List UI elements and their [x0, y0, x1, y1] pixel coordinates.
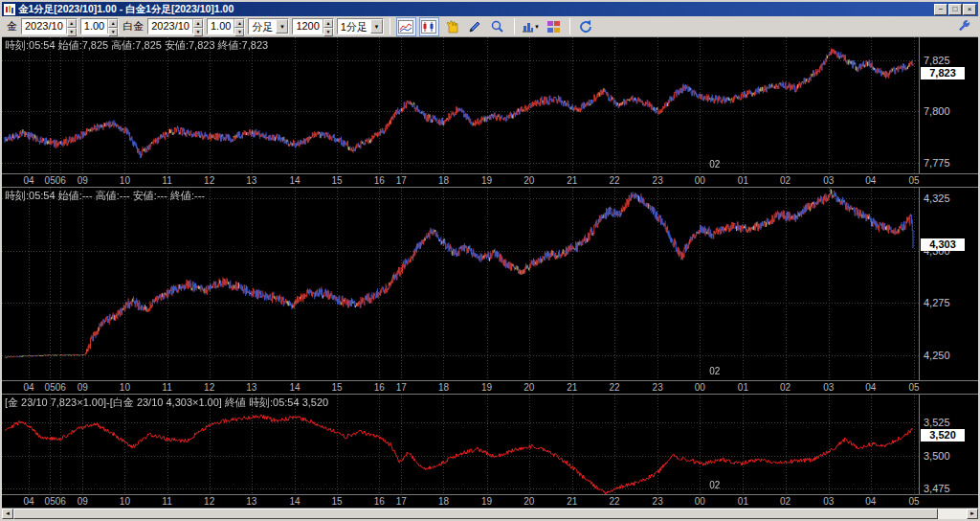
refresh-button[interactable]: [576, 17, 596, 36]
last-price-badge: 7,823: [921, 67, 965, 79]
time-axis-label: 20: [523, 382, 534, 393]
spin-up-icon[interactable]: ▲: [234, 19, 244, 28]
last-price-badge: 4,303: [921, 238, 965, 251]
platinum-chart-canvas[interactable]: [2, 188, 919, 380]
titlebar: 金1分足[2023/10]1.00 - 白金1分足[2023/10]1.00 −…: [2, 2, 978, 16]
time-axis-label: 00: [695, 175, 705, 186]
price-axis-label: 7,800: [924, 105, 950, 117]
horizontal-scrollbar[interactable]: ◄ ►: [2, 509, 978, 519]
chevron-down-icon[interactable]: ▼: [276, 19, 288, 34]
spread-time-axis: 0405060910111213141516171819202122230001…: [2, 494, 978, 508]
time-axis-label: 03: [823, 175, 834, 186]
time-axis-label: 05: [908, 382, 919, 393]
date-label: 02: [709, 480, 720, 490]
candlestick-icon: [421, 20, 436, 34]
price-axis-label: 4,325: [924, 193, 950, 204]
platinum-month-value: 2023/10: [148, 19, 192, 34]
time-axis-label: 05: [45, 382, 56, 393]
time-axis-label: 04: [865, 496, 876, 507]
gold-chart-canvas[interactable]: [2, 37, 919, 173]
spin-up-icon[interactable]: ▲: [108, 19, 118, 28]
scrollbar-track[interactable]: [13, 509, 967, 519]
time-axis-label: 20: [523, 496, 534, 507]
time-axis-label: 01: [738, 382, 748, 393]
time-axis-label: 17: [396, 496, 407, 507]
gold-chart-plot[interactable]: 時刻:05:54 始値:7,825 高値:7,825 安値:7,823 終値:7…: [2, 37, 919, 173]
time-axis-label: 14: [289, 496, 300, 507]
scroll-right-icon[interactable]: ►: [967, 509, 978, 519]
time-axis-label: 06: [56, 496, 66, 507]
scrollbar-thumb[interactable]: [13, 509, 938, 519]
spin-down-icon[interactable]: ▼: [234, 28, 244, 36]
time-axis-label: 01: [738, 496, 748, 507]
spin-down-icon[interactable]: ▼: [193, 28, 203, 36]
period-type-select[interactable]: 分足 ▼: [248, 18, 289, 34]
indicator-menu-button[interactable]: ▼: [521, 17, 541, 36]
time-axis-label: 03: [823, 382, 834, 393]
scroll-left-icon[interactable]: ◄: [2, 509, 13, 519]
bar-count-spinner[interactable]: ▲▼: [323, 19, 333, 34]
platinum-multiplier-value: 1.00: [208, 19, 234, 34]
spin-down-icon[interactable]: ▼: [108, 28, 118, 36]
gold-price-axis: 7,8257,8007,7757,823: [919, 37, 978, 173]
refresh-icon: [578, 19, 593, 34]
spread-chart-plot[interactable]: [金 23/10 7,823×1.00]-[白金 23/10 4,303×1.0…: [2, 395, 919, 494]
platinum-month-field[interactable]: 2023/10 ▲▼: [147, 18, 204, 34]
price-axis-label: 7,825: [924, 55, 950, 66]
zoom-tool-button[interactable]: [488, 17, 508, 36]
bar-count-value: 1200: [293, 19, 322, 34]
spin-up-icon[interactable]: ▲: [193, 19, 203, 28]
spin-up-icon[interactable]: ▲: [67, 19, 77, 28]
window-controls: − □ ×: [934, 4, 976, 15]
platinum-multiplier-field[interactable]: 1.00 ▲▼: [207, 18, 245, 34]
time-axis-label: 17: [396, 175, 407, 186]
multi-chart-button[interactable]: [544, 17, 564, 36]
platinum-chart-plot[interactable]: 時刻:05:54 始値:--- 高値:--- 安値:--- 終値:--- 02: [2, 188, 919, 380]
time-axis-label: 05: [908, 175, 919, 186]
gold-multiplier-spinner[interactable]: ▲▼: [107, 19, 118, 34]
maximize-button[interactable]: □: [948, 4, 962, 15]
toolbar: 金 2023/10 ▲▼ 1.00 ▲▼ 白金 2023/10 ▲▼ 1.00 …: [2, 16, 978, 37]
bar-count-field[interactable]: 1200 ▲▼: [292, 18, 333, 34]
gold-month-field[interactable]: 2023/10 ▲▼: [21, 18, 78, 34]
date-label: 02: [709, 159, 720, 170]
time-axis-label: 21: [567, 175, 577, 186]
time-axis-label: 04: [865, 382, 876, 393]
spin-up-icon[interactable]: ▲: [323, 19, 333, 28]
gold-time-axis: 0405060910111213141516171819202122230001…: [2, 173, 978, 187]
app-icon: [4, 4, 15, 15]
platinum-chart-info: 時刻:05:54 始値:--- 高値:--- 安値:--- 終値:---: [5, 189, 205, 203]
spin-down-icon[interactable]: ▼: [67, 28, 77, 36]
draw-tool-button[interactable]: [465, 17, 485, 36]
platinum-multiplier-spinner[interactable]: ▲▼: [234, 19, 244, 34]
gold-multiplier-field[interactable]: 1.00 ▲▼: [80, 18, 119, 34]
line-chart-mode-button[interactable]: [396, 17, 416, 36]
interval-select[interactable]: 1分足 ▼: [337, 18, 384, 34]
spin-down-icon[interactable]: ▼: [323, 28, 333, 36]
time-axis-label: 09: [78, 175, 88, 186]
time-axis-label: 10: [120, 175, 130, 186]
minimize-button[interactable]: −: [934, 4, 947, 15]
date-label: 02: [709, 366, 720, 376]
time-axis-label: 03: [823, 496, 834, 507]
last-price-badge: 3,520: [921, 429, 965, 442]
time-axis-label: 15: [332, 175, 343, 186]
time-axis-label: 05: [45, 175, 56, 186]
time-axis-label: 23: [653, 382, 663, 393]
time-axis-label: 11: [162, 496, 171, 507]
candle-chart-mode-button[interactable]: [419, 17, 439, 36]
close-button[interactable]: ×: [963, 4, 976, 15]
time-axis-label: 16: [374, 496, 385, 507]
gold-chart-info: 時刻:05:54 始値:7,825 高値:7,825 安値:7,823 終値:7…: [5, 38, 268, 53]
time-axis-label: 06: [56, 175, 66, 186]
chevron-down-icon[interactable]: ▼: [370, 19, 383, 34]
pan-tool-button[interactable]: [442, 17, 462, 36]
gold-month-spinner[interactable]: ▲▼: [66, 19, 77, 34]
time-axis-label: 22: [609, 175, 619, 186]
settings-button[interactable]: [954, 17, 974, 36]
time-axis-label: 17: [396, 382, 407, 393]
toolbar-separator: [569, 18, 570, 34]
platinum-month-spinner[interactable]: ▲▼: [192, 19, 203, 34]
time-axis-label: 13: [246, 496, 256, 507]
platinum-chart-panel: 時刻:05:54 始値:--- 高値:--- 安値:--- 終値:--- 02 …: [2, 188, 978, 395]
